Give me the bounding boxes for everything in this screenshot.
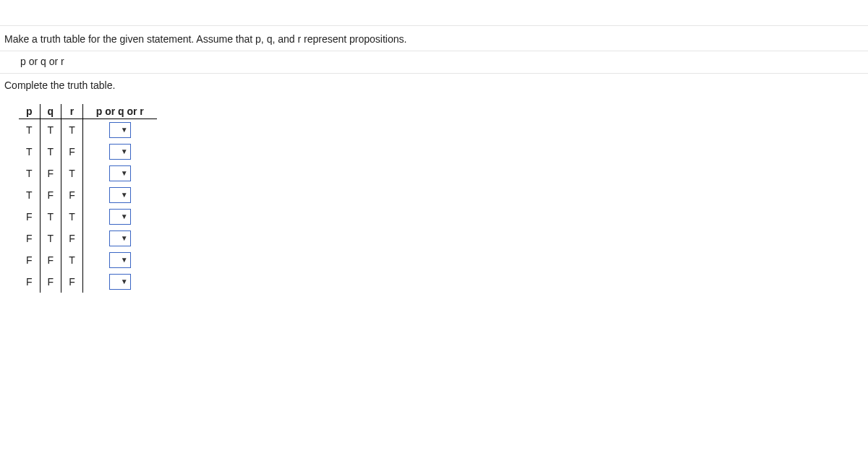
cell-r: T <box>61 119 83 142</box>
cell-r: F <box>61 271 83 293</box>
answer-dropdown[interactable]: ▼ <box>109 187 131 203</box>
cell-p: T <box>19 163 40 184</box>
col-header-p: p <box>19 104 40 119</box>
cell-r: F <box>61 228 83 249</box>
chevron-down-icon: ▼ <box>121 191 128 199</box>
cell-p: T <box>19 141 40 163</box>
answer-dropdown[interactable]: ▼ <box>109 122 131 138</box>
cell-p: F <box>19 206 40 228</box>
cell-q: T <box>40 119 61 142</box>
chevron-down-icon: ▼ <box>121 126 128 134</box>
cell-r: F <box>61 184 83 206</box>
cell-result: ▼ <box>82 184 157 206</box>
cell-result: ▼ <box>82 163 157 184</box>
cell-q: F <box>40 271 61 293</box>
cell-p: F <box>19 249 40 271</box>
table-row: T T F ▼ <box>19 141 157 163</box>
table-row: T F F ▼ <box>19 184 157 206</box>
truth-table: p q r p or q or r T T T ▼ T T F <box>19 104 157 293</box>
chevron-down-icon: ▼ <box>121 257 128 264</box>
cell-result: ▼ <box>82 141 157 163</box>
chevron-down-icon: ▼ <box>121 170 128 177</box>
col-header-result: p or q or r <box>82 104 157 119</box>
cell-q: T <box>40 141 61 163</box>
cell-result: ▼ <box>82 271 157 293</box>
table-row: F T F ▼ <box>19 228 157 249</box>
answer-dropdown[interactable]: ▼ <box>109 165 131 181</box>
cell-result: ▼ <box>82 206 157 228</box>
cell-p: T <box>19 184 40 206</box>
cell-r: T <box>61 163 83 184</box>
truth-table-container: p q r p or q or r T T T ▼ T T F <box>0 97 868 297</box>
cell-p: F <box>19 271 40 293</box>
top-bar <box>0 0 868 26</box>
cell-r: T <box>61 249 83 271</box>
table-row: T F T ▼ <box>19 163 157 184</box>
cell-p: F <box>19 228 40 249</box>
cell-q: F <box>40 163 61 184</box>
table-row: F F F ▼ <box>19 271 157 293</box>
table-row: T T T ▼ <box>19 119 157 142</box>
chevron-down-icon: ▼ <box>121 213 128 220</box>
cell-result: ▼ <box>82 228 157 249</box>
cell-r: T <box>61 206 83 228</box>
col-header-q: q <box>40 104 61 119</box>
instruction-text: Make a truth table for the given stateme… <box>0 26 868 51</box>
table-row: F T T ▼ <box>19 206 157 228</box>
table-row: F F T ▼ <box>19 249 157 271</box>
complete-label: Complete the truth table. <box>0 74 868 97</box>
answer-dropdown[interactable]: ▼ <box>109 231 131 246</box>
answer-dropdown[interactable]: ▼ <box>109 274 131 290</box>
cell-q: T <box>40 206 61 228</box>
answer-dropdown[interactable]: ▼ <box>109 144 131 160</box>
chevron-down-icon: ▼ <box>121 148 128 155</box>
cell-q: T <box>40 228 61 249</box>
cell-p: T <box>19 119 40 142</box>
cell-result: ▼ <box>82 119 157 142</box>
cell-result: ▼ <box>82 249 157 271</box>
cell-r: F <box>61 141 83 163</box>
chevron-down-icon: ▼ <box>121 278 128 285</box>
cell-q: F <box>40 249 61 271</box>
chevron-down-icon: ▼ <box>121 235 128 242</box>
answer-dropdown[interactable]: ▼ <box>109 252 131 268</box>
answer-dropdown[interactable]: ▼ <box>109 209 131 225</box>
cell-q: F <box>40 184 61 206</box>
expression-text: p or q or r <box>0 51 868 74</box>
col-header-r: r <box>61 104 83 119</box>
